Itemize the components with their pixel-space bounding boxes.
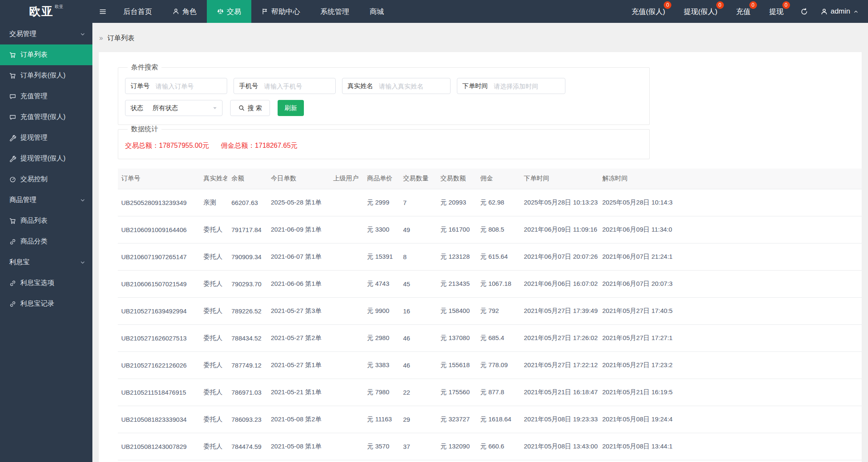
nav-badge-item-1[interactable]: 提现(假人)0: [674, 0, 726, 23]
user-menu[interactable]: admin: [815, 0, 868, 23]
sidebar-item-3[interactable]: 充值管理: [0, 86, 92, 107]
table-cell: 元 9900: [363, 297, 399, 324]
sidebar-item-1[interactable]: 订单列表: [0, 44, 92, 65]
table-cell: 元 11163: [363, 406, 399, 433]
table-cell: [329, 189, 363, 216]
notification-badge: 0: [716, 1, 724, 9]
real-name-input[interactable]: [378, 78, 450, 94]
table-row: UB2106061507021549委托人790293.702021-06-06…: [118, 270, 862, 297]
sidebar-item-label: 商品列表: [20, 216, 47, 225]
notification-badge: 0: [749, 1, 757, 9]
table-cell: 元 1067.18: [476, 270, 520, 297]
table-header-cell: 真实姓名: [199, 169, 227, 189]
stats-row: 交易总额：178757955.00元佣金总额：1718267.65元: [125, 140, 643, 150]
order-time-input[interactable]: [493, 78, 565, 94]
nav-item-0[interactable]: 后台首页: [113, 0, 162, 23]
table-cell: 2021-05-08 第1单: [267, 433, 329, 460]
sidebar-item-5[interactable]: 提现管理: [0, 127, 92, 148]
table-cell: 49: [399, 216, 436, 243]
reload-button[interactable]: [793, 0, 815, 23]
table-cell: UB2106071907265147: [118, 243, 199, 270]
nav-badge-item-3[interactable]: 提现0: [760, 0, 793, 23]
nav-menu: 后台首页角色交易帮助中心系统管理商城: [113, 0, 394, 23]
table-cell: 790909.34: [227, 243, 267, 270]
sidebar-item-label: 订单列表: [20, 50, 47, 59]
table-row: UB2105081823339034委托人786093.232021-05-08…: [118, 406, 862, 433]
nav-item-2[interactable]: 交易: [207, 0, 251, 23]
table-cell: 2021年05月08日 19:23:33: [520, 406, 598, 433]
breadcrumb-arrow: »: [99, 34, 103, 41]
table-cell: 元 3570: [363, 433, 399, 460]
top-navbar: 欧亚 欧亚 后台首页角色交易帮助中心系统管理商城 充值(假人)0提现(假人)0充…: [0, 0, 868, 23]
filter-row-2: 状态 所有状态 搜 索 刷新: [125, 100, 643, 116]
sidebar-item-9[interactable]: 商品列表: [0, 210, 92, 231]
table-row: UB2106091009164406委托人791717.842021-06-09…: [118, 216, 862, 243]
table-cell: 2021年05月27日 17:40:5: [598, 297, 862, 324]
sidebar-item-0[interactable]: 交易管理: [0, 24, 92, 44]
table-cell: 788434.52: [227, 324, 267, 351]
nav-item-1[interactable]: 角色: [162, 0, 207, 23]
orders-table-body: UB2505280913239349亲测66207.632025-05-28 第…: [118, 189, 862, 460]
nav-item-label: 角色: [182, 7, 197, 17]
table-cell: 元 7980: [363, 379, 399, 406]
sidebar-item-4[interactable]: 充值管理(假人): [0, 107, 92, 127]
table-cell: 789226.52: [227, 297, 267, 324]
table-cell: 2021-06-09 第1单: [267, 216, 329, 243]
table-cell: 元 137080: [436, 324, 476, 351]
table-cell: 2021-06-06 第1单: [267, 270, 329, 297]
table-cell: UB2105211518476915: [118, 379, 199, 406]
notification-badge: 0: [782, 1, 790, 9]
table-cell: 委托人: [199, 351, 227, 379]
table-cell: 委托人: [199, 406, 227, 433]
sidebar-item-12[interactable]: 利息宝选项: [0, 273, 92, 293]
flag-icon: [262, 8, 268, 15]
sidebar-item-7[interactable]: 交易控制: [0, 169, 92, 190]
app-logo[interactable]: 欧亚 欧亚: [0, 0, 92, 23]
table-header-cell: 余额: [227, 169, 267, 189]
table-cell: 2021-05-27 第1单: [267, 351, 329, 379]
filter-label: 真实姓名: [342, 78, 378, 94]
table-header-cell: 交易数额: [436, 169, 476, 189]
sidebar-item-8[interactable]: 商品管理: [0, 190, 92, 210]
table-cell: 45: [399, 270, 436, 297]
table-header-cell: 佣金: [476, 169, 520, 189]
search-button[interactable]: 搜 索: [230, 100, 270, 116]
chevron-up-icon: [853, 9, 859, 14]
table-cell: 2021年05月21日 16:19:5: [598, 379, 862, 406]
nav-item-label: 提现: [769, 7, 784, 17]
refresh-button[interactable]: 刷新: [278, 100, 304, 116]
layout-body: 交易管理订单列表订单列表(假人)充值管理充值管理(假人)提现管理提现管理(假人)…: [0, 23, 868, 462]
stat-text: 交易总额：178757955.00元: [125, 141, 209, 150]
table-cell: 2021-05-08 第2单: [267, 406, 329, 433]
page-card: 条件搜索 订单号手机号真实姓名下单时间 状态 所有状态 搜 索: [99, 52, 862, 462]
table-header-cell: 商品单价: [363, 169, 399, 189]
sidebar-item-label: 利息宝: [9, 258, 30, 267]
sidebar-item-11[interactable]: 利息宝: [0, 252, 92, 273]
order-no-input[interactable]: [155, 78, 227, 94]
nav-item-5[interactable]: 商城: [359, 0, 394, 23]
sidebar-item-label: 充值管理: [20, 92, 47, 101]
table-cell: 委托人: [199, 297, 227, 324]
sidebar-item-10[interactable]: 商品分类: [0, 231, 92, 252]
table-cell: 元 2999: [363, 189, 399, 216]
table-cell: 29: [399, 406, 436, 433]
collapse-sidebar-button[interactable]: [92, 0, 113, 23]
table-cell: 2021-05-27 第3单: [267, 297, 329, 324]
status-select[interactable]: 状态 所有状态: [125, 100, 223, 116]
table-cell: 2021-05-21 第1单: [267, 379, 329, 406]
sidebar-item-6[interactable]: 提现管理(假人): [0, 148, 92, 169]
table-cell: [329, 324, 363, 351]
nav-item-label: 充值: [736, 7, 751, 17]
nav-item-3[interactable]: 帮助中心: [251, 0, 310, 23]
refresh-button-label: 刷新: [284, 104, 297, 111]
sidebar-item-13[interactable]: 利息宝记录: [0, 293, 92, 314]
breadcrumb: » 订单列表: [92, 23, 868, 43]
table-cell: 元 2980: [363, 324, 399, 351]
sidebar-item-2[interactable]: 订单列表(假人): [0, 65, 92, 86]
nav-badge-item-2[interactable]: 充值0: [727, 0, 760, 23]
phone-input[interactable]: [263, 78, 335, 94]
table-row: UB2105211518476915委托人786971.032021-05-21…: [118, 379, 862, 406]
nav-badge-item-0[interactable]: 充值(假人)0: [622, 0, 674, 23]
notification-badge: 0: [664, 1, 671, 9]
nav-item-4[interactable]: 系统管理: [310, 0, 359, 23]
